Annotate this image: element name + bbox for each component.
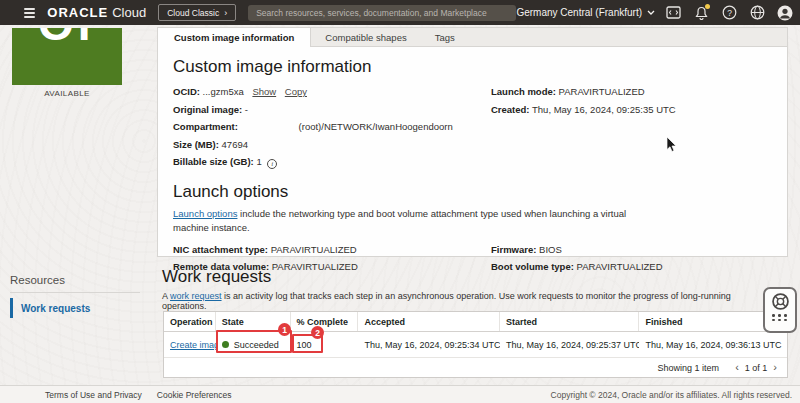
tab-custom-image-information[interactable]: Custom image information (158, 28, 311, 47)
logo-cloud: Cloud (112, 5, 146, 20)
pagination-next-icon[interactable]: › (773, 362, 777, 373)
field-ocid: OCID: ...gzm5xa Show Copy (173, 86, 787, 97)
section-title-custom-image-information: Custom image information (173, 57, 787, 77)
started-cell: Thu, May 16, 2024, 09:25:37 UTC (500, 332, 640, 357)
percent-complete-cell: 100 (291, 332, 359, 357)
cloud-classic-button[interactable]: Cloud Classic › (158, 4, 236, 21)
image-details-panel: Custom image information Compatible shap… (157, 27, 788, 257)
field-compartment: Compartment: (root)/NETWORK/IwanHoogendo… (173, 121, 787, 132)
pagination-prev-icon[interactable]: ‹ (735, 362, 739, 373)
chevron-right-icon: › (224, 8, 227, 18)
column-header-started: Started (500, 312, 640, 331)
ocid-show-link[interactable]: Show (252, 86, 276, 97)
drag-handle-dots-icon[interactable] (772, 314, 788, 321)
region-selector[interactable]: Germany Central (Frankfurt) (516, 7, 655, 18)
notification-badge (705, 4, 710, 9)
launch-options-description: Launch options include the networking ty… (173, 207, 651, 235)
launch-options-fields-right: Firmware: BIOS Boot volume type: PARAVIR… (491, 244, 663, 279)
column-header-state: State (216, 312, 291, 331)
pagination-label: 1 of 1 (745, 363, 768, 373)
finished-cell: Thu, May 16, 2024, 09:36:13 UTC (639, 332, 787, 357)
region-label: Germany Central (Frankfurt) (516, 7, 642, 18)
field-billable-size: Billable size (GB): 1 i (173, 156, 787, 169)
pagination: ‹ 1 of 1 › (735, 362, 777, 373)
info-icon[interactable]: i (267, 159, 277, 169)
help-icon[interactable]: ? (721, 5, 737, 21)
work-request-link[interactable]: work request (170, 291, 222, 301)
image-status-label: AVAILABLE (12, 89, 122, 98)
succeeded-status-dot (222, 341, 229, 348)
image-info-fields: OCID: ...gzm5xa Show Copy Original image… (173, 86, 787, 169)
support-widget[interactable] (763, 287, 797, 333)
custom-image-thumbnail: OI (12, 28, 122, 85)
resources-heading: Resources (10, 274, 65, 286)
column-header-accepted: Accepted (358, 312, 500, 331)
image-icon-letters: OI (38, 28, 95, 51)
ocid-copy-link[interactable]: Copy (285, 86, 307, 97)
field-original-image: Original image: - (173, 104, 787, 115)
column-header-percent-complete: % Complete (291, 312, 359, 331)
header-icons: ? (665, 5, 793, 21)
work-requests-description: A work request is an activity log that t… (162, 291, 752, 311)
table-row: Create image Succeeded 100 Thu, May 16, … (164, 332, 787, 357)
sidebar-item-work-requests[interactable]: Work requests (10, 298, 90, 318)
section-title-launch-options: Launch options (173, 182, 787, 202)
chevron-down-icon (647, 10, 655, 15)
logo-oracle: ORACLE (47, 5, 108, 20)
field-boot-volume-type: Boot volume type: PARAVIRTUALIZED (491, 261, 663, 272)
field-launch-mode: Launch mode: PARAVIRTUALIZED (491, 86, 676, 97)
page-footer: Terms of Use and Privacy Cookie Preferen… (0, 385, 800, 403)
terms-link[interactable]: Terms of Use and Privacy (45, 390, 142, 400)
field-firmware: Firmware: BIOS (491, 244, 663, 255)
search-input[interactable] (248, 5, 516, 21)
developer-tools-icon[interactable] (665, 5, 681, 21)
hamburger-menu-icon[interactable] (24, 6, 35, 20)
language-globe-icon[interactable] (749, 5, 765, 21)
create-image-link[interactable]: Create image (170, 340, 216, 350)
oracle-cloud-logo[interactable]: ORACLECloud (47, 5, 146, 20)
image-info-fields-right: Launch mode: PARAVIRTUALIZED Created: Th… (491, 86, 676, 121)
sidebar-item-label: Work requests (21, 303, 90, 314)
cookie-preferences-link[interactable]: Cookie Preferences (157, 390, 232, 400)
column-header-operation: Operation (164, 312, 216, 331)
field-size-mb: Size (MB): 47694 (173, 139, 787, 150)
accepted-cell: Thu, May 16, 2024, 09:25:34 UTC (358, 332, 500, 357)
field-created: Created: Thu, May 16, 2024, 09:25:35 UTC (491, 104, 676, 115)
lifebuoy-help-icon (770, 291, 791, 312)
state-value: Succeeded (234, 340, 279, 350)
top-navigation-bar: ORACLECloud Cloud Classic › Germany Cent… (0, 0, 800, 25)
table-footer: Showing 1 item ‹ 1 of 1 › (164, 357, 787, 377)
items-summary: Showing 1 item (658, 363, 720, 373)
active-indicator-bar (10, 298, 13, 318)
tab-compatible-shapes[interactable]: Compatible shapes (311, 28, 420, 46)
field-nic-attachment: NIC attachment type: PARAVIRTUALIZED (173, 244, 787, 255)
copyright-text: Copyright © 2024, Oracle and/or its affi… (551, 390, 792, 400)
resources-divider (10, 292, 140, 293)
tab-strip: Custom image information Compatible shap… (158, 28, 787, 47)
state-cell: Succeeded (216, 332, 291, 357)
tab-tags[interactable]: Tags (421, 28, 469, 46)
svg-text:?: ? (727, 8, 732, 18)
notifications-bell-icon[interactable] (693, 5, 709, 21)
table-header-row: Operation State % Complete Accepted Star… (164, 312, 787, 332)
user-avatar[interactable] (777, 5, 793, 21)
launch-options-link[interactable]: Launch options (173, 208, 237, 219)
cloud-classic-label: Cloud Classic (167, 8, 219, 18)
oracle-cloud-console: ORACLECloud Cloud Classic › Germany Cent… (0, 0, 800, 403)
work-requests-table: Operation State % Complete Accepted Star… (163, 311, 788, 378)
work-requests-title: Work requests (162, 267, 271, 287)
